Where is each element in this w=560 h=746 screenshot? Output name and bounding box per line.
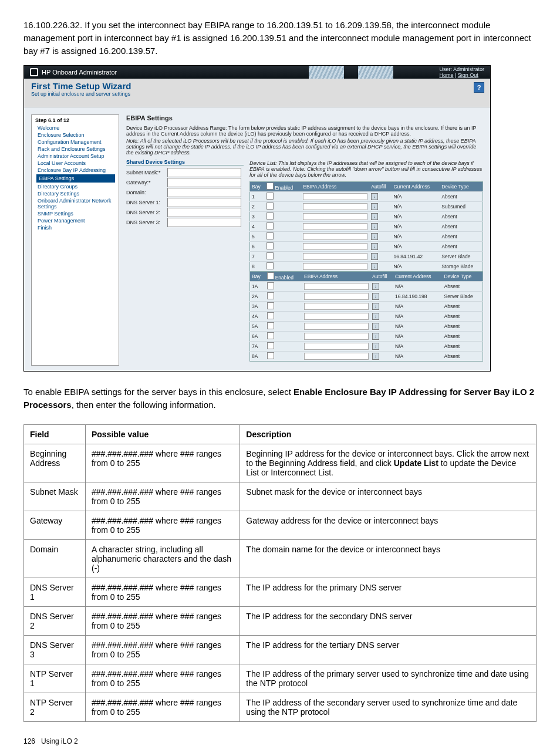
enable-checkbox[interactable]: [266, 242, 274, 249]
help-button[interactable]: ?: [474, 82, 484, 93]
cell-type: Absent: [440, 192, 483, 202]
cell-value: ###.###.###.### where ### ranges from 0 …: [85, 606, 239, 635]
enable-checkbox[interactable]: [266, 202, 274, 210]
nav-item[interactable]: Directory Groups: [38, 184, 115, 190]
nav-item[interactable]: Local User Accounts: [38, 160, 115, 166]
ebipa-address-input[interactable]: [303, 203, 367, 210]
autofill-button[interactable]: ↓: [371, 203, 378, 210]
autofill-button[interactable]: ↓: [372, 323, 379, 330]
cell-desc: The IP address of the secondary server u…: [240, 693, 537, 721]
autofill-button[interactable]: ↓: [372, 333, 379, 340]
cell-bay: 7A: [250, 342, 265, 352]
shared-field-row: Domain:: [126, 188, 244, 197]
autofill-button[interactable]: ↓: [371, 253, 378, 260]
nav-item[interactable]: Enclosure Bay IP Addressing: [38, 167, 115, 173]
field-input[interactable]: [167, 168, 241, 177]
field-input[interactable]: [167, 188, 241, 197]
enable-checkbox[interactable]: [266, 262, 274, 269]
nav-item[interactable]: Welcome: [38, 125, 115, 131]
wizard-nav: Step 6.1 of 12 WelcomeEnclosure Selectio…: [31, 114, 119, 366]
enable-checkbox[interactable]: [267, 312, 274, 319]
table-row: 6A↓N/AAbsent: [250, 332, 483, 342]
cell-bay: 5: [250, 232, 265, 242]
device-table-top: BayEnabledEBIPA AddressAutofillCurrent A…: [249, 181, 483, 272]
autofill-button[interactable]: ↓: [372, 283, 379, 290]
ebipa-note: Note: All of the selected iLO Processors…: [126, 138, 483, 156]
field-input[interactable]: [167, 198, 241, 207]
cell-field: DNS Server 2: [24, 606, 86, 635]
cell-current: N/A: [392, 222, 440, 232]
home-link[interactable]: Home: [439, 72, 453, 78]
enable-paragraph: To enable EBIPA settings for the server …: [23, 386, 537, 411]
enable-checkbox[interactable]: [267, 302, 274, 309]
cell-type: Absent: [443, 352, 483, 362]
autofill-button[interactable]: ↓: [371, 233, 378, 240]
enable-checkbox[interactable]: [266, 222, 274, 229]
autofill-button[interactable]: ↓: [371, 213, 378, 220]
ebipa-address-input[interactable]: [304, 343, 369, 350]
autofill-button[interactable]: ↓: [371, 223, 378, 230]
autofill-button[interactable]: ↓: [372, 343, 379, 350]
cell-desc: Gateway address for the device or interc…: [240, 511, 537, 539]
autofill-button[interactable]: ↓: [371, 263, 378, 270]
ebipa-address-input[interactable]: [304, 353, 369, 360]
autofill-button[interactable]: ↓: [372, 293, 379, 300]
ebipa-address-input[interactable]: [303, 223, 367, 230]
nav-item[interactable]: SNMP Settings: [38, 211, 115, 217]
enable-checkbox[interactable]: [267, 292, 274, 299]
ebipa-address-input[interactable]: [304, 313, 369, 320]
fields-row: Beginning Address###.###.###.### where #…: [24, 444, 537, 482]
ebipa-address-input[interactable]: [304, 303, 369, 310]
field-input[interactable]: [167, 218, 241, 227]
enable-checkbox[interactable]: [266, 212, 274, 220]
nav-item[interactable]: Power Management: [38, 218, 115, 224]
ebipa-address-input[interactable]: [303, 253, 367, 260]
cell-bay: 4: [250, 222, 265, 232]
enable-checkbox[interactable]: [266, 252, 274, 259]
signout-link[interactable]: Sign Out: [458, 72, 478, 78]
enable-checkbox[interactable]: [267, 322, 274, 329]
titlebar-stripes-icon: [309, 66, 432, 79]
field-label: Domain:: [126, 190, 167, 195]
autofill-button[interactable]: ↓: [372, 353, 379, 360]
ebipa-address-input[interactable]: [303, 233, 367, 240]
enable-checkbox[interactable]: [266, 232, 274, 239]
nav-item[interactable]: Rack and Enclosure Settings: [38, 146, 115, 152]
enable-checkbox[interactable]: [267, 352, 274, 359]
nav-item[interactable]: EBIPA Settings: [36, 174, 115, 183]
ebipa-address-input[interactable]: [304, 293, 369, 300]
ebipa-address-input[interactable]: [303, 193, 367, 200]
autofill-button[interactable]: ↓: [372, 313, 379, 320]
enable-checkbox[interactable]: [267, 342, 274, 349]
ebipa-address-input[interactable]: [303, 243, 367, 250]
device-note: Device List: This list displays the IP a…: [249, 160, 483, 178]
enable-checkbox[interactable]: [266, 193, 274, 200]
col-header[interactable]: Enabled: [265, 272, 302, 282]
field-input[interactable]: [167, 208, 241, 217]
cell-field: Gateway: [24, 511, 86, 539]
nav-item[interactable]: Onboard Administrator Network Settings: [38, 198, 115, 210]
autofill-button[interactable]: ↓: [371, 193, 378, 200]
fields-row: DNS Server 2###.###.###.### where ### ra…: [24, 606, 537, 635]
nav-item[interactable]: Enclosure Selection: [38, 132, 115, 138]
enable-checkbox[interactable]: [267, 332, 274, 339]
wizard-subtitle: Set up initial enclosure and server sett…: [31, 91, 483, 97]
autofill-button[interactable]: ↓: [372, 303, 379, 310]
table-row: 5↓N/AAbsent: [250, 232, 483, 242]
ebipa-address-input[interactable]: [304, 323, 369, 330]
nav-item[interactable]: Administrator Account Setup: [38, 153, 115, 159]
cell-bay: 1: [250, 192, 265, 202]
enable-checkbox[interactable]: [267, 282, 274, 289]
ebipa-address-input[interactable]: [303, 263, 367, 270]
fields-row: DNS Server 1###.###.###.### where ### ra…: [24, 578, 537, 606]
nav-item[interactable]: Finish: [38, 225, 115, 231]
autofill-button[interactable]: ↓: [371, 243, 378, 250]
nav-item[interactable]: Configuration Management: [38, 139, 115, 145]
ebipa-address-input[interactable]: [304, 283, 369, 290]
nav-item[interactable]: Directory Settings: [38, 191, 115, 197]
col-header[interactable]: Enabled: [265, 182, 301, 192]
field-input[interactable]: [167, 178, 241, 187]
ebipa-address-input[interactable]: [304, 333, 369, 340]
cell-field: NTP Server 1: [24, 664, 86, 693]
ebipa-address-input[interactable]: [303, 213, 367, 220]
